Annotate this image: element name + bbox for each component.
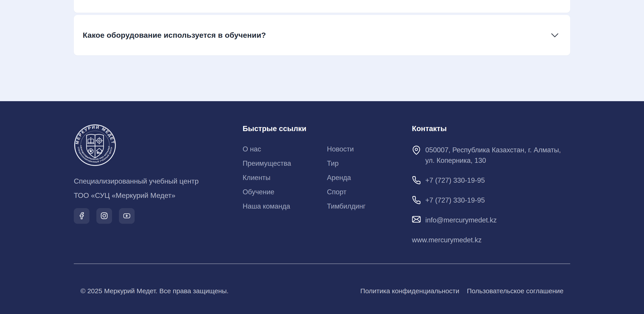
logo-shield (86, 134, 104, 158)
phone-link-1[interactable]: +7 (727) 330-19-95 (425, 175, 485, 186)
link-advantages[interactable]: Преимущества (242, 159, 291, 167)
list-item: Тимбилдинг (327, 202, 411, 211)
phone-link-2[interactable]: +7 (727) 330-19-95 (425, 195, 485, 205)
contacts-title: Контакты (412, 124, 570, 133)
list-item: Аренда (327, 173, 411, 182)
list-item: Новости (327, 145, 411, 154)
contact-phone-row-1: +7 (727) 330-19-95 (412, 175, 570, 186)
facebook-icon (78, 212, 86, 220)
list-item: О нас (242, 145, 327, 154)
quick-links-column-1: О нас Преимущества Клиенты Обучение Наша… (242, 145, 327, 216)
terms-link[interactable]: Пользовательское соглашение (467, 286, 564, 296)
contact-phone-row-2: +7 (727) 330-19-95 (412, 195, 570, 205)
link-news[interactable]: Новости (327, 145, 354, 153)
company-logo: МЕРКУРИЙ МЕДЕТ МАМАНДАНДЫРЫЛҒАН ОҚУ ОРТА… (74, 124, 116, 166)
envelope-icon (412, 215, 421, 225)
footer-divider (74, 264, 570, 264)
legal-links: Политика конфиденциальности Пользователь… (360, 286, 564, 296)
quick-links-column-2: Новости Тир Аренда Спорт Тимбилдинг (327, 145, 411, 216)
contact-website-row: www.mercurymedet.kz (412, 235, 570, 245)
link-clients[interactable]: Клиенты (242, 174, 270, 181)
email-link[interactable]: info@mercurymedet.kz (425, 215, 497, 225)
list-item: Обучение (242, 188, 327, 196)
logo-target-icon (96, 137, 103, 144)
instagram-button[interactable] (96, 208, 112, 224)
faq-question: Какое оборудование используется в обучен… (83, 31, 266, 39)
privacy-policy-link[interactable]: Политика конфиденциальности (360, 286, 459, 296)
instagram-icon (100, 212, 108, 220)
link-teambuilding[interactable]: Тимбилдинг (327, 202, 366, 210)
social-links (74, 208, 242, 224)
logo-house-bed-icon (96, 148, 102, 154)
link-team[interactable]: Наша команда (242, 202, 290, 210)
contact-address-row: 050007, Республика Казахстан, г. Алматы,… (412, 145, 570, 166)
footer: МЕРКУРИЙ МЕДЕТ МАМАНДАНДЫРЫЛҒАН ОҚУ ОРТА… (0, 101, 644, 314)
copyright-text: © 2025 Меркурий Медет. Все права защищен… (80, 286, 228, 296)
list-item: Тир (327, 159, 411, 168)
faq-accordion-item[interactable]: Какое оборудование используется в обучен… (74, 15, 570, 55)
faq-card-partial[interactable] (74, 0, 570, 13)
footer-contacts-column: Контакты 050007, Республика Казахстан, г… (412, 124, 570, 245)
logo-ball-icon (88, 149, 93, 154)
link-rent[interactable]: Аренда (327, 174, 351, 181)
link-about[interactable]: О нас (242, 145, 261, 153)
list-item: Спорт (327, 188, 411, 196)
footer-bottom-bar: © 2025 Меркурий Медет. Все права защищен… (74, 286, 570, 296)
footer-brand-column: МЕРКУРИЙ МЕДЕТ МАМАНДАНДЫРЫЛҒАН ОҚУ ОРТА… (74, 124, 242, 245)
phone-icon (412, 175, 421, 186)
facebook-button[interactable] (74, 208, 90, 224)
link-sport[interactable]: Спорт (327, 188, 346, 196)
logo-book-icon (88, 137, 94, 144)
youtube-icon (123, 212, 131, 220)
list-item: Преимущества (242, 159, 327, 168)
link-training[interactable]: Обучение (242, 188, 274, 196)
link-shooting-range[interactable]: Тир (327, 159, 338, 167)
list-item: Клиенты (242, 173, 327, 182)
phone-icon (412, 195, 421, 205)
location-pin-icon (412, 145, 421, 166)
brand-subtitle-2: ТОО «СУЦ «Меркурий Медет» (74, 191, 242, 200)
brand-subtitle-1: Специализированный учебный центр (74, 177, 242, 186)
youtube-button[interactable] (119, 208, 134, 224)
list-item: Наша команда (242, 202, 327, 211)
website-link[interactable]: www.mercurymedet.kz (412, 235, 482, 245)
address-text: 050007, Республика Казахстан, г. Алматы,… (425, 145, 561, 166)
footer-quick-links-column: Быстрые ссылки О нас Преимущества Клиент… (242, 124, 412, 245)
contact-email-row: info@mercurymedet.kz (412, 215, 570, 225)
chevron-down-icon (551, 33, 558, 38)
quick-links-title: Быстрые ссылки (242, 124, 412, 133)
faq-section: Какое оборудование используется в обучен… (0, 0, 644, 101)
